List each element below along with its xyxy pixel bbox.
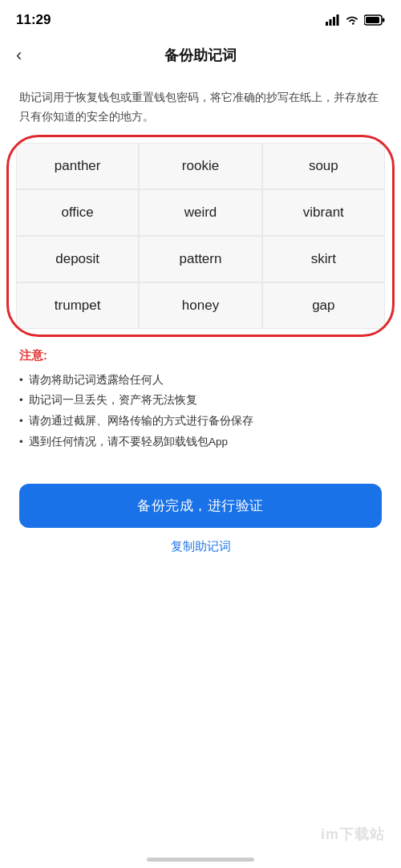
mnemonic-word: deposit: [17, 237, 138, 282]
notes-list-item: 请勿将助记词透露给任何人: [19, 370, 382, 391]
notes-section: 注意: 请勿将助记词透露给任何人助记词一旦丢失，资产将无法恢复请勿通过截屏、网络…: [0, 342, 401, 468]
mnemonic-word: vibrant: [263, 190, 384, 235]
battery-icon: [364, 14, 385, 26]
mnemonic-container: pantherrookiesoupofficeweirdvibrantdepos…: [16, 143, 385, 329]
mnemonic-word: office: [17, 190, 138, 235]
notes-title: 注意:: [19, 348, 382, 363]
mnemonic-word: skirt: [263, 237, 384, 282]
mnemonic-word: weird: [140, 190, 261, 235]
mnemonic-word: gap: [263, 283, 384, 328]
mnemonic-word: pattern: [140, 237, 261, 282]
signal-icon: [326, 14, 340, 26]
svg-rect-0: [326, 22, 328, 26]
page-title: 备份助记词: [164, 46, 237, 65]
status-bar: 11:29: [0, 0, 401, 35]
mnemonic-grid: pantherrookiesoupofficeweirdvibrantdepos…: [16, 143, 385, 329]
header: ‹ 备份助记词: [0, 35, 401, 75]
action-area: 备份完成，进行验证 复制助记词: [0, 468, 401, 564]
notes-list-item: 请勿通过截屏、网络传输的方式进行备份保存: [19, 411, 382, 432]
svg-rect-6: [366, 17, 379, 23]
notes-list: 请勿将助记词透露给任何人助记词一旦丢失，资产将无法恢复请勿通过截屏、网络传输的方…: [19, 370, 382, 452]
notes-list-item: 遇到任何情况，请不要轻易卸载钱包App: [19, 432, 382, 452]
backup-button[interactable]: 备份完成，进行验证: [19, 484, 382, 528]
mnemonic-word: honey: [140, 283, 261, 328]
wifi-icon: [345, 14, 359, 26]
mnemonic-word: soup: [263, 144, 384, 189]
svg-rect-3: [337, 14, 339, 26]
home-indicator: [147, 858, 254, 862]
watermark: im下载站: [321, 825, 385, 844]
status-time: 11:29: [16, 12, 51, 28]
copy-mnemonic-link[interactable]: 复制助记词: [19, 539, 382, 554]
notes-list-item: 助记词一旦丢失，资产将无法恢复: [19, 390, 382, 411]
mnemonic-word: panther: [17, 144, 138, 189]
svg-rect-1: [330, 19, 332, 26]
description-text: 助记词用于恢复钱包或重置钱包密码，将它准确的抄写在纸上，并存放在只有你知道的安全…: [0, 75, 401, 136]
mnemonic-word: trumpet: [17, 283, 138, 328]
svg-rect-2: [333, 17, 335, 26]
status-icons: [326, 14, 385, 26]
back-button[interactable]: ‹: [16, 45, 22, 66]
svg-rect-5: [383, 18, 385, 22]
mnemonic-word: rookie: [140, 144, 261, 189]
